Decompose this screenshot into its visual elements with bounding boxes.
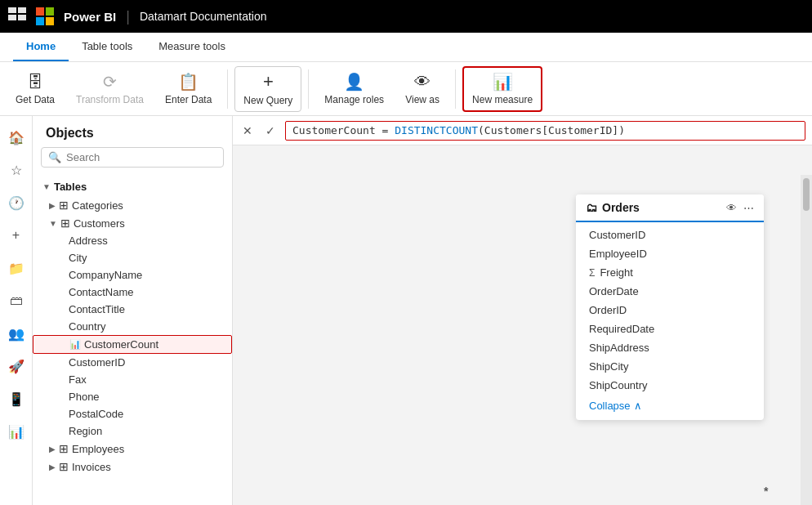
tree-item-fax[interactable]: Fax <box>33 371 232 388</box>
new-query-icon: + <box>263 71 274 92</box>
manage-roles-label: Manage roles <box>324 94 384 105</box>
region-label: Region <box>69 425 102 437</box>
sidebar-recent-icon[interactable]: 🕐 <box>2 188 31 217</box>
customers-icon: ⊞ <box>60 217 70 230</box>
field-shipcity[interactable]: ShipCity <box>576 357 764 376</box>
tree-item-invoices[interactable]: ▶ ⊞ Invoices <box>33 458 232 476</box>
fax-label: Fax <box>69 373 87 386</box>
app-name: Power BI <box>64 10 116 24</box>
formula-input[interactable]: CustomerCount = DISTINCTCOUNT(Customers[… <box>285 121 805 141</box>
view-as-label: View as <box>405 94 439 105</box>
top-bar-separator: | <box>126 8 130 25</box>
get-data-label: Get Data <box>16 94 55 105</box>
sidebar-data-icon[interactable]: 🗃 <box>2 286 31 315</box>
search-input[interactable] <box>66 151 216 163</box>
shipcountry-field-label: ShipCountry <box>589 379 648 391</box>
formula-cancel-button[interactable]: ✕ <box>239 123 256 139</box>
waffle-icon[interactable] <box>8 7 26 25</box>
tree-item-categories[interactable]: ▶ ⊞ Categories <box>33 196 232 214</box>
doc-title: Datamart Documentation <box>140 10 267 23</box>
orders-table-card: 🗂 Orders 👁 ⋯ CustomerID EmployeeID <box>576 194 764 420</box>
ribbon-separator-1 <box>227 69 228 109</box>
transform-data-icon: ⟳ <box>103 72 117 92</box>
sidebar-browse-icon[interactable]: 📁 <box>2 253 31 283</box>
orders-table-icon: 🗂 <box>586 201 597 214</box>
tree-item-postalcode[interactable]: PostalCode <box>33 405 232 422</box>
ms-logo <box>36 7 54 25</box>
field-customerid[interactable]: CustomerID <box>576 226 764 244</box>
freight-field-label: Freight <box>600 266 632 279</box>
tree-item-city[interactable]: City <box>33 249 232 266</box>
tree-item-phone[interactable]: Phone <box>33 388 232 405</box>
sidebar-home-icon[interactable]: 🏠 <box>2 123 31 152</box>
field-shipcountry[interactable]: ShipCountry <box>576 376 764 395</box>
sidebar-apps-icon[interactable]: 📱 <box>2 384 31 413</box>
tree-item-customers[interactable]: ▼ ⊞ Customers <box>33 214 232 232</box>
sidebar-favorites-icon[interactable]: ☆ <box>2 155 31 185</box>
enter-data-icon: 📋 <box>178 72 199 92</box>
card-more-icon[interactable]: ⋯ <box>743 202 754 214</box>
manage-roles-button[interactable]: 👤 Manage roles <box>315 66 393 112</box>
tab-home[interactable]: Home <box>13 32 69 61</box>
objects-panel: Objects 🔍 ▼ Tables ▶ ⊞ Categories ▼ ⊞ Cu… <box>33 116 233 505</box>
orderid-field-label: OrderID <box>589 304 627 316</box>
customercount-icon: 📊 <box>69 339 81 350</box>
tab-measure-tools[interactable]: Measure tools <box>145 32 239 61</box>
sidebar-create-icon[interactable]: + <box>2 221 31 250</box>
tab-table-tools[interactable]: Table tools <box>69 32 145 61</box>
get-data-button[interactable]: 🗄 Get Data <box>7 66 64 112</box>
enter-data-label: Enter Data <box>165 94 212 105</box>
view-as-button[interactable]: 👁 View as <box>396 66 448 112</box>
ribbon-separator-3 <box>455 69 456 109</box>
tree-item-customerid[interactable]: CustomerID <box>33 354 232 371</box>
postalcode-label: PostalCode <box>69 408 123 420</box>
transform-data-label: Transform Data <box>76 94 144 105</box>
contactname-label: ContactName <box>69 286 133 298</box>
tree-item-contacttitle[interactable]: ContactTitle <box>33 301 232 318</box>
tree-item-companyname[interactable]: CompanyName <box>33 266 232 284</box>
field-employeeid[interactable]: EmployeeID <box>576 244 764 263</box>
sigma-icon: Σ <box>589 267 595 279</box>
orders-card-body: CustomerID EmployeeID Σ Freight OrderDat… <box>576 222 764 420</box>
companyname-label: CompanyName <box>69 269 142 281</box>
new-query-label: New Query <box>243 95 292 106</box>
top-bar: Power BI | Datamart Documentation <box>0 0 812 33</box>
shipcity-field-label: ShipCity <box>589 360 628 373</box>
sidebar-icons: 🏠 ☆ 🕐 + 📁 🗃 👥 🚀 📱 📊 <box>0 116 33 505</box>
tree-item-employees[interactable]: ▶ ⊞ Employees <box>33 440 232 458</box>
field-orderdate[interactable]: OrderDate <box>576 282 764 301</box>
manage-roles-icon: 👤 <box>344 72 364 92</box>
tables-label: Tables <box>54 181 87 193</box>
tree-item-contactname[interactable]: ContactName <box>33 284 232 301</box>
card-eye-icon[interactable]: 👁 <box>726 202 737 214</box>
sidebar-analytics-icon[interactable]: 📊 <box>2 417 31 446</box>
employees-icon: ⊞ <box>59 442 69 455</box>
city-label: City <box>69 252 87 264</box>
tree-item-country[interactable]: Country <box>33 318 232 335</box>
transform-data-button[interactable]: ⟳ Transform Data <box>67 66 153 112</box>
field-orderid[interactable]: OrderID <box>576 301 764 320</box>
tables-section-header[interactable]: ▼ Tables <box>33 177 232 196</box>
star-marker-2: * <box>764 485 768 498</box>
new-measure-button[interactable]: 📊 New measure <box>462 66 542 112</box>
collapse-button[interactable]: Collapse ∧ <box>576 395 764 417</box>
tree-item-region[interactable]: Region <box>33 422 232 440</box>
tree-item-customercount[interactable]: 📊 CustomerCount <box>33 335 232 354</box>
search-box[interactable]: 🔍 <box>41 147 224 168</box>
vscrollbar-thumb[interactable] <box>803 178 810 211</box>
field-shipaddress[interactable]: ShipAddress <box>576 338 764 357</box>
customerid-field-label: CustomerID <box>589 229 645 241</box>
sidebar-goals-icon[interactable]: 🚀 <box>2 351 31 381</box>
orders-card-actions[interactable]: 👁 ⋯ <box>726 202 754 214</box>
tree-item-address[interactable]: Address <box>33 232 232 249</box>
field-freight[interactable]: Σ Freight <box>576 263 764 282</box>
orderdate-field-label: OrderDate <box>589 285 639 297</box>
field-requireddate[interactable]: RequiredDate <box>576 320 764 338</box>
new-query-button[interactable]: + New Query <box>234 66 301 112</box>
contacttitle-label: ContactTitle <box>69 303 125 315</box>
address-label: Address <box>69 235 108 247</box>
vertical-scrollbar[interactable] <box>801 175 812 505</box>
formula-confirm-button[interactable]: ✓ <box>262 123 279 139</box>
enter-data-button[interactable]: 📋 Enter Data <box>156 66 221 112</box>
sidebar-people-icon[interactable]: 👥 <box>2 319 31 348</box>
